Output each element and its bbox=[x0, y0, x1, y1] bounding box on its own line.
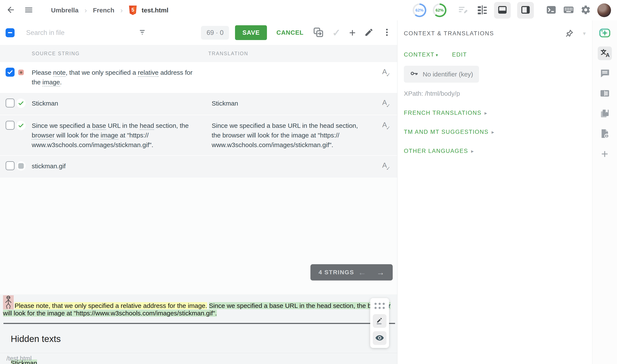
preview-pane: Please note, that we only specified a re… bbox=[0, 294, 397, 364]
section-tm-mt-suggestions[interactable]: TM AND MT SUGGESTIONS ▸ bbox=[404, 129, 586, 135]
key-icon bbox=[410, 69, 418, 79]
preview-float-toolbar bbox=[370, 298, 389, 348]
drag-handle-icon[interactable] bbox=[375, 301, 385, 311]
source-string[interactable]: stickman.gif bbox=[28, 161, 208, 171]
bottom-panel-toggle[interactable] bbox=[494, 2, 511, 19]
add-string-button[interactable]: + bbox=[349, 28, 356, 37]
translated-progress-badge[interactable]: 62% bbox=[413, 3, 426, 17]
qa-underlined-word: browser bbox=[32, 132, 55, 140]
preview-view-mode-button[interactable] bbox=[373, 331, 387, 345]
row-checkbox[interactable] bbox=[6, 68, 14, 77]
translations-tab[interactable]: A bbox=[598, 46, 612, 60]
search-input[interactable] bbox=[26, 29, 137, 37]
prev-page-icon[interactable]: ← bbox=[358, 268, 366, 277]
back-button[interactable] bbox=[6, 5, 15, 15]
comments-tab[interactable] bbox=[598, 66, 612, 80]
svg-text:5: 5 bbox=[132, 7, 134, 13]
source-string[interactable]: Since we specified a base URL in the hea… bbox=[28, 121, 208, 150]
sidebar-title: CONTEXT & TRANSLATIONS bbox=[404, 30, 494, 37]
right-panel-icon bbox=[521, 5, 530, 15]
preview-sentence-untranslated[interactable]: Please note, that we only specified a re… bbox=[14, 302, 207, 309]
spellcheck-icon[interactable]: A✓ bbox=[382, 121, 392, 131]
context-sidebar: CONTEXT & TRANSLATIONS ▾ CONTEXT▾ EDIT N… bbox=[397, 20, 592, 364]
translation-column-header: TRANSLATION bbox=[208, 51, 375, 56]
side-by-side-view-button[interactable] bbox=[477, 4, 488, 16]
glossary-tab[interactable] bbox=[598, 107, 612, 120]
string-row[interactable]: Since we specified a base URL in the hea… bbox=[0, 115, 397, 155]
chevron-right-icon: ▸ bbox=[492, 129, 494, 135]
status-hidden-icon bbox=[16, 161, 26, 171]
kebab-icon bbox=[382, 28, 392, 38]
source-string[interactable]: Stickman bbox=[28, 99, 208, 108]
keyboard-icon bbox=[563, 4, 574, 16]
edit-button[interactable] bbox=[364, 28, 374, 38]
chevron-down-icon: ▾ bbox=[436, 53, 438, 57]
strings-pager: 4 STRINGS ← → bbox=[310, 264, 393, 281]
ai-assistant-tab[interactable] bbox=[598, 26, 612, 40]
settings-button[interactable] bbox=[581, 5, 591, 16]
file-path-bar: /test.html bbox=[0, 353, 397, 364]
string-row[interactable]: Please note, that we only specified a re… bbox=[0, 62, 397, 92]
select-all-checkbox[interactable] bbox=[6, 28, 14, 37]
menu-button[interactable] bbox=[24, 5, 33, 15]
document-preview: Please note, that we only specified a re… bbox=[3, 295, 391, 317]
string-row[interactable]: stickman.gifA✓ bbox=[0, 155, 397, 178]
source-column-header: SOURCE STRING bbox=[28, 51, 208, 56]
translation-string[interactable]: Stickman bbox=[208, 99, 375, 108]
row-checkbox[interactable] bbox=[6, 99, 14, 107]
spellcheck-icon[interactable]: A✓ bbox=[382, 99, 392, 109]
draft-edits-button[interactable] bbox=[458, 5, 468, 16]
breadcrumb-language[interactable]: French bbox=[93, 7, 114, 14]
check-icon: ✓ bbox=[332, 27, 341, 39]
qa-underlined-word: image bbox=[101, 132, 118, 140]
shortcuts-button[interactable] bbox=[563, 4, 574, 16]
spellcheck-icon[interactable]: A✓ bbox=[382, 68, 392, 78]
approved-progress-badge[interactable]: 62% bbox=[433, 3, 446, 17]
chevron-right-icon: › bbox=[84, 6, 87, 14]
add-panel-tab[interactable]: + bbox=[598, 147, 612, 161]
save-button[interactable]: SAVE bbox=[235, 25, 267, 40]
cancel-button[interactable]: CANCEL bbox=[276, 29, 304, 36]
status-translated-icon bbox=[16, 99, 26, 108]
user-avatar[interactable] bbox=[597, 3, 611, 17]
spellcheck-icon[interactable]: A✓ bbox=[382, 161, 392, 172]
copy-source-icon bbox=[313, 27, 324, 38]
hidden-texts-title: Hidden texts bbox=[11, 334, 397, 344]
collapse-chevron-icon[interactable]: ▾ bbox=[583, 30, 586, 37]
gear-icon bbox=[581, 5, 591, 16]
row-checkbox[interactable] bbox=[6, 121, 14, 130]
pin-panel-button[interactable] bbox=[565, 29, 574, 38]
next-page-icon[interactable]: → bbox=[376, 268, 385, 277]
row-checkbox[interactable] bbox=[6, 161, 14, 170]
string-row[interactable]: StickmanStickmanA✓ bbox=[0, 92, 397, 115]
breadcrumb-project[interactable]: Umbrella bbox=[51, 7, 78, 14]
more-options-button[interactable] bbox=[382, 28, 392, 38]
side-by-side-icon bbox=[477, 4, 488, 16]
file-path: /test.html bbox=[6, 355, 32, 362]
edit-underline-icon bbox=[375, 316, 384, 326]
strings-count-label: 4 STRINGS bbox=[319, 269, 354, 276]
breadcrumb-file[interactable]: test.html bbox=[142, 7, 168, 14]
comment-icon bbox=[600, 68, 610, 79]
bottom-panel-icon bbox=[497, 5, 507, 15]
qa-underlined-word: head bbox=[140, 122, 154, 130]
approve-button[interactable]: ✓ bbox=[332, 27, 341, 39]
pin-icon bbox=[565, 29, 574, 38]
edit-context-button[interactable]: EDIT bbox=[452, 52, 467, 58]
string-info-tab[interactable] bbox=[598, 87, 612, 100]
copy-source-button[interactable] bbox=[313, 27, 324, 38]
string-rows: Please note, that we only specified a re… bbox=[0, 62, 397, 178]
info-card-icon bbox=[600, 88, 610, 99]
preview-edit-mode-button[interactable] bbox=[373, 314, 387, 328]
filter-button[interactable] bbox=[137, 28, 147, 38]
context-dropdown[interactable]: CONTEXT▾ bbox=[404, 52, 438, 58]
section-other-languages[interactable]: OTHER LANGUAGES ▸ bbox=[404, 148, 586, 154]
console-button[interactable] bbox=[546, 4, 557, 16]
glossary-book-icon bbox=[600, 108, 610, 119]
right-panel-toggle[interactable] bbox=[517, 2, 534, 19]
translation-string[interactable]: Since we specified a base URL in the hea… bbox=[208, 121, 375, 150]
file-context-tab[interactable] bbox=[598, 127, 612, 141]
stickman-image[interactable] bbox=[3, 295, 14, 309]
section-french-translations[interactable]: FRENCH TRANSLATIONS ▸ bbox=[404, 110, 586, 116]
source-string[interactable]: Please note, that we only specified a re… bbox=[28, 68, 208, 87]
